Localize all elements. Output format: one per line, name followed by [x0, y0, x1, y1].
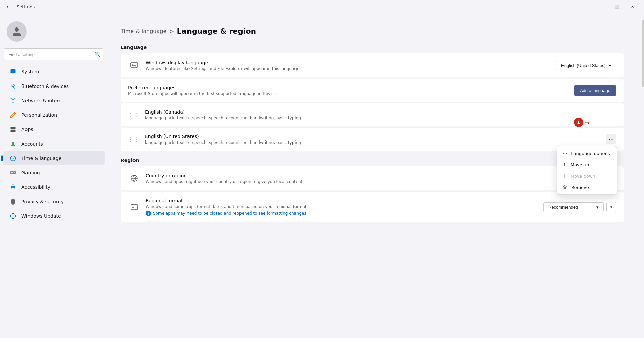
sidebar: 🔍 System: [0, 13, 107, 338]
country-card: Country or region Windows and apps might…: [121, 166, 624, 190]
sidebar-item-accessibility[interactable]: Accessibility: [3, 180, 105, 194]
english-us-action: 1 → ···: [606, 134, 616, 144]
regional-format-expand[interactable]: ▾: [606, 202, 616, 212]
move-down-icon: ↓: [562, 173, 567, 179]
chevron-down-icon-2: ▾: [596, 205, 599, 210]
sidebar-item-label: Apps: [21, 127, 33, 132]
badge2-section: Region Country or region Windows and ap: [121, 158, 624, 222]
english-us-text: English (United States) language pack, t…: [145, 134, 601, 145]
avatar: [7, 21, 27, 42]
sidebar-item-label: Privacy & security: [21, 199, 64, 204]
english-canada-label: English (Canada): [145, 109, 601, 115]
english-canada-text: English (Canada) language pack, text-to-…: [145, 109, 601, 120]
apps-icon: [9, 126, 17, 133]
sidebar-item-apps[interactable]: Apps: [3, 122, 105, 136]
scrollbar[interactable]: [641, 13, 644, 338]
system-icon: [9, 68, 17, 75]
maximize-button[interactable]: ⬜: [609, 1, 625, 12]
display-language-text: Windows display language Windows feature…: [146, 60, 551, 71]
display-language-dropdown[interactable]: English (United States) ▾: [556, 61, 616, 70]
close-button[interactable]: ✕: [625, 1, 640, 12]
svg-rect-4: [11, 127, 13, 129]
regional-format-value: Recommended: [548, 205, 578, 210]
sidebar-item-time[interactable]: Time & language: [3, 151, 105, 165]
english-canada-action: ···: [606, 110, 616, 120]
context-menu-remove[interactable]: 🗑 Remove: [557, 182, 617, 193]
regional-format-info: Some apps may need to be closed and reop…: [153, 211, 308, 216]
gaming-icon: [9, 169, 17, 176]
page-title: Language & region: [177, 27, 256, 35]
preferred-languages-label: Preferred languages: [128, 85, 569, 90]
titlebar: ← Settings — ⬜ ✕: [0, 0, 644, 13]
personalization-icon: [9, 111, 17, 119]
sidebar-item-personalization[interactable]: Personalization: [3, 108, 105, 122]
sidebar-item-label: Bluetooth & devices: [21, 83, 69, 89]
sidebar-item-accounts[interactable]: Accounts: [3, 137, 105, 151]
sidebar-item-label: Gaming: [21, 170, 40, 175]
sidebar-item-system[interactable]: System: [3, 65, 105, 79]
drag-handle-canada[interactable]: ⋮⋮: [128, 112, 139, 118]
english-us-label: English (United States): [145, 134, 601, 139]
badge-1: 1: [574, 118, 583, 127]
english-us-options-button[interactable]: ···: [606, 134, 616, 144]
sidebar-item-label: System: [21, 69, 39, 74]
regional-format-desc: Windows and some apps format dates and t…: [146, 204, 538, 209]
sidebar-nav: System Bluetooth & devices: [0, 64, 107, 223]
sidebar-item-network[interactable]: Network & internet: [3, 94, 105, 108]
regional-format-card: Regional format Windows and some apps fo…: [121, 192, 624, 222]
sidebar-item-label: Windows Update: [21, 213, 61, 219]
time-icon: [9, 155, 17, 162]
update-icon: [9, 212, 17, 220]
svg-point-8: [12, 142, 14, 144]
english-canada-options-button[interactable]: ···: [606, 110, 616, 120]
regional-format-icon: [128, 201, 140, 213]
english-us-card: ⋮⋮ English (United States) language pack…: [121, 128, 624, 151]
regional-format-info-wrap: i Some apps may need to be closed and re…: [146, 211, 538, 216]
accessibility-icon: [9, 183, 17, 191]
sidebar-item-update[interactable]: Windows Update: [3, 209, 105, 223]
preferred-languages-row: Preferred languages Microsoft Store apps…: [121, 79, 624, 102]
back-button[interactable]: ←: [4, 2, 13, 11]
display-language-card: Windows display language Windows feature…: [121, 53, 624, 77]
regional-format-row: Regional format Windows and some apps fo…: [121, 192, 624, 222]
sidebar-item-bluetooth[interactable]: Bluetooth & devices: [3, 79, 105, 93]
language-options-label: Language options: [571, 151, 610, 156]
context-menu: ··· Language options ↑ Move up ↓ Move do…: [557, 146, 617, 195]
sidebar-item-label: Personalization: [21, 112, 57, 118]
country-desc: Windows and apps might use your country …: [146, 179, 592, 184]
info-icon: i: [146, 211, 151, 216]
breadcrumb-parent[interactable]: Time & language: [121, 28, 166, 34]
sidebar-item-privacy[interactable]: Privacy & security: [3, 194, 105, 209]
app-body: 🔍 System: [0, 13, 644, 338]
english-us-desc: language pack, text-to-speech, speech re…: [145, 140, 601, 145]
region-section-title: Region: [121, 158, 624, 163]
sidebar-item-gaming[interactable]: Gaming: [3, 166, 105, 180]
display-language-icon: [128, 59, 140, 71]
svg-rect-2: [12, 74, 14, 74]
bluetooth-icon: [9, 82, 17, 90]
remove-label: Remove: [571, 185, 589, 190]
regional-format-action: Recommended ▾ ▾: [543, 202, 616, 212]
language-section-title: Language: [121, 45, 624, 50]
chevron-down-icon: ▾: [609, 63, 611, 68]
badge1-wrap: 1 →: [574, 118, 590, 127]
window-controls: — ⬜ ✕: [594, 1, 640, 12]
add-language-button[interactable]: Add a language: [574, 85, 616, 96]
move-down-label: Move down: [571, 174, 595, 179]
arrow-1: →: [585, 119, 590, 126]
context-menu-language-options[interactable]: ··· Language options: [557, 148, 617, 159]
main-content: Time & language > Language & region Lang…: [107, 13, 644, 338]
svg-rect-6: [11, 130, 13, 132]
country-row: Country or region Windows and apps might…: [121, 166, 624, 190]
context-menu-move-down: ↓ Move down: [557, 170, 617, 182]
search-input[interactable]: [4, 48, 103, 60]
context-menu-move-up[interactable]: ↑ Move up: [557, 159, 617, 170]
minimize-button[interactable]: —: [594, 1, 609, 12]
breadcrumb-separator: >: [169, 27, 174, 35]
display-language-desc: Windows features like Settings and File …: [146, 66, 551, 71]
remove-icon: 🗑: [562, 185, 567, 190]
drag-handle-us[interactable]: ⋮⋮: [128, 136, 139, 143]
country-icon: [128, 172, 140, 184]
regional-format-dropdown[interactable]: Recommended ▾: [543, 202, 604, 212]
regional-format-label: Regional format: [146, 198, 538, 203]
